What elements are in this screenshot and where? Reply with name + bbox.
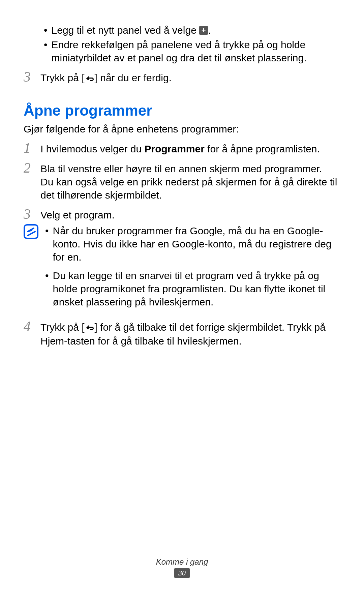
- bullet-dot: •: [45, 224, 49, 264]
- note-icon: [24, 224, 40, 314]
- bullet-text: Endre rekkefølgen på panelene ved å tryk…: [52, 38, 340, 64]
- bullet-dot: •: [45, 269, 49, 308]
- back-icon: [85, 71, 95, 85]
- step-text: Trykk på [] for å gå tilbake til det for…: [40, 319, 340, 348]
- bullet-item: • Endre rekkefølgen på panelene ved å tr…: [44, 38, 340, 64]
- footer-label: Komme i gang: [0, 557, 364, 567]
- step-3: 3 Velg et program.: [24, 207, 340, 221]
- top-bullet-list: • Legg til et nytt panel ved å velge +. …: [44, 24, 340, 64]
- text-bold: Programmer: [145, 143, 205, 154]
- bullet-item: • Legg til et nytt panel ved å velge +.: [44, 24, 340, 37]
- step-text: Bla til venstre eller høyre til en annen…: [40, 161, 340, 202]
- text-fragment: Trykk på [: [40, 72, 85, 83]
- note-text: Når du bruker programmer fra Google, må …: [53, 224, 340, 264]
- page-footer: Komme i gang 30: [0, 557, 364, 578]
- step-text: I hvilemodus velger du Programmer for å …: [40, 141, 340, 155]
- step-3-top: 3 Trykk på [] når du er ferdig.: [24, 70, 340, 85]
- step-number: 1: [24, 141, 40, 155]
- step-number: 2: [24, 161, 40, 202]
- step-1: 1 I hvilemodus velger du Programmer for …: [24, 141, 340, 155]
- step-line: Du kan også velge en prikk nederst på sk…: [40, 175, 340, 202]
- text-fragment: I hvilemodus velger du: [40, 143, 145, 154]
- note-block: • Når du bruker programmer fra Google, m…: [24, 224, 340, 314]
- step-line: Bla til venstre eller høyre til en annen…: [40, 162, 340, 175]
- text-fragment: for å åpne programlisten.: [205, 143, 320, 154]
- page-number-badge: 30: [174, 568, 190, 578]
- step-text: Velg et program.: [40, 207, 340, 221]
- step-4: 4 Trykk på [] for å gå tilbake til det f…: [24, 319, 340, 348]
- note-bullet: • Når du bruker programmer fra Google, m…: [40, 224, 340, 264]
- page-content: • Legg til et nytt panel ved å velge +. …: [0, 0, 364, 348]
- text-fragment: Legg til et nytt panel ved å velge: [52, 25, 200, 36]
- text-fragment: ] når du er ferdig.: [95, 72, 172, 83]
- plus-icon: +: [199, 26, 208, 35]
- step-text: Trykk på [] når du er ferdig.: [40, 70, 340, 85]
- step-2: 2 Bla til venstre eller høyre til en ann…: [24, 161, 340, 202]
- step-number: 3: [24, 70, 40, 85]
- step-number: 4: [24, 319, 40, 348]
- text-fragment: Trykk på [: [40, 322, 85, 333]
- bullet-dot: •: [44, 24, 48, 37]
- bullet-dot: •: [44, 38, 48, 64]
- note-bullet: • Du kan legge til en snarvei til et pro…: [40, 269, 340, 308]
- intro-text: Gjør følgende for å åpne enhetens progra…: [24, 122, 340, 136]
- note-text: Du kan legge til en snarvei til et progr…: [53, 269, 340, 308]
- bullet-text: Legg til et nytt panel ved å velge +.: [52, 24, 340, 37]
- note-content: • Når du bruker programmer fra Google, m…: [40, 224, 340, 314]
- text-fragment: .: [208, 25, 211, 36]
- section-heading: Åpne programmer: [24, 102, 340, 119]
- step-number: 3: [24, 207, 40, 221]
- back-icon: [85, 321, 95, 334]
